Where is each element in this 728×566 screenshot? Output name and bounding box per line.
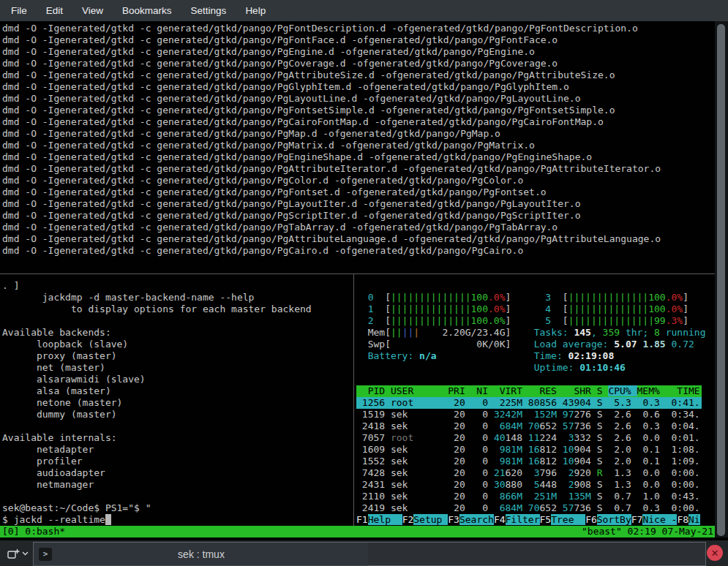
process-table-header[interactable]: PID USER PRI NI VIRT RES SHR S CPU% MEM%… — [356, 385, 715, 397]
cpu-meter-line: 2 [||||||||||||||100.0%] 5 [||||||||||||… — [356, 315, 715, 327]
process-row[interactable]: 2110 sek 20 0 866M 251M 135M S 0.7 1.0 0… — [356, 491, 702, 502]
build-output: dmd -O -Igenerated/gtkd -c generated/gtk… — [2, 23, 661, 257]
tmux-status-bar: [0] 0:bash* "beast" 02:19 07-May-21 — [0, 526, 715, 537]
blank-line — [356, 374, 715, 385]
process-row[interactable]: 1552 sek 20 0 981M 16812 10904 S 2.0 0.1… — [356, 456, 702, 467]
process-row[interactable]: 1519 sek 20 0 3242M 152M 97276 S 2.6 0.6… — [356, 409, 702, 420]
menu-bar: FileEditViewBookmarksSettingsHelp — [0, 0, 728, 21]
process-row[interactable]: 7057 root 20 0 40148 11224 3332 S 2.6 0.… — [356, 432, 702, 444]
cpu-meter-line: 0 [||||||||||||||100.0%] 3 [||||||||||||… — [356, 292, 715, 303]
tmux-pane-divider-vertical[interactable] — [353, 274, 354, 526]
terminal-scrollbar[interactable] — [715, 21, 728, 537]
battery-time-line: Battery: n/a Time: 02:19:08 — [356, 350, 715, 362]
tab-title: sek : tmux — [34, 548, 369, 560]
close-tab-button[interactable]: ✕ — [707, 545, 723, 561]
terminal-viewport[interactable]: dmd -O -Igenerated/gtkd -c generated/gtk… — [0, 21, 728, 537]
swap-meter-load-line: Swp[ 0K/0K] Load average: 5.07 1.85 0.72 — [356, 339, 715, 350]
menu-edit[interactable]: Edit — [37, 1, 72, 20]
process-row[interactable]: 2419 sek 20 0 684M 70652 57736 S 0.7 0.3… — [356, 502, 702, 514]
scrollbar-handle[interactable] — [717, 24, 725, 536]
new-tab-icon — [7, 548, 20, 559]
new-tab-button[interactable] — [4, 543, 31, 564]
menu-view[interactable]: View — [72, 1, 113, 20]
menu-settings[interactable]: Settings — [181, 1, 236, 20]
htop-pane[interactable]: 0 [||||||||||||||100.0%] 3 [||||||||||||… — [356, 292, 715, 526]
menu-bookmarks[interactable]: Bookmarks — [113, 1, 181, 20]
tab-bar-empty-area — [368, 542, 706, 566]
process-row[interactable]: 2418 sek 20 0 684M 70652 57736 S 2.6 0.3… — [356, 420, 702, 432]
menu-help[interactable]: Help — [236, 1, 275, 20]
chevron-down-icon — [22, 551, 29, 556]
tmux-host-clock: "beast" 02:19 07-May-21 — [582, 526, 713, 537]
process-row[interactable]: 1256 root 20 0 225M 80856 43904 S 5.3 0.… — [356, 397, 702, 409]
mem-meter-tasks-line: Mem[||||| 2.20G/23.4G] Tasks: 145, 359 t… — [356, 327, 715, 339]
process-row[interactable]: 2431 sek 20 0 30880 5448 2908 S 1.3 0.0 … — [356, 479, 702, 491]
text-cursor — [105, 514, 111, 525]
shell-pane[interactable]: . ] jackdmp -d master-backend-name --hel… — [2, 280, 312, 526]
process-row[interactable]: 7428 sek 20 0 21620 3796 2920 R 1.3 0.0 … — [356, 467, 702, 479]
tab-bar: > sek : tmux ✕ — [0, 537, 728, 566]
tab-sek-tmux[interactable]: > sek : tmux — [33, 542, 369, 566]
tmux-session-window[interactable]: [0] 0:bash* — [2, 526, 65, 537]
uptime-line: Uptime: 01:10:46 — [356, 362, 715, 374]
htop-function-keys[interactable]: F1Help F2Setup F3SearchF4FilterF5Tree F6… — [356, 514, 715, 526]
menu-file[interactable]: File — [1, 1, 37, 20]
tmux-pane-divider-horizontal[interactable] — [0, 273, 715, 274]
tab-bar-top-edge — [0, 537, 728, 540]
process-row[interactable]: 1609 sek 20 0 981M 16812 10904 S 2.0 0.1… — [356, 444, 702, 456]
cpu-meter-line: 1 [||||||||||||||100.0%] 4 [||||||||||||… — [356, 303, 715, 315]
close-icon: ✕ — [711, 548, 719, 559]
